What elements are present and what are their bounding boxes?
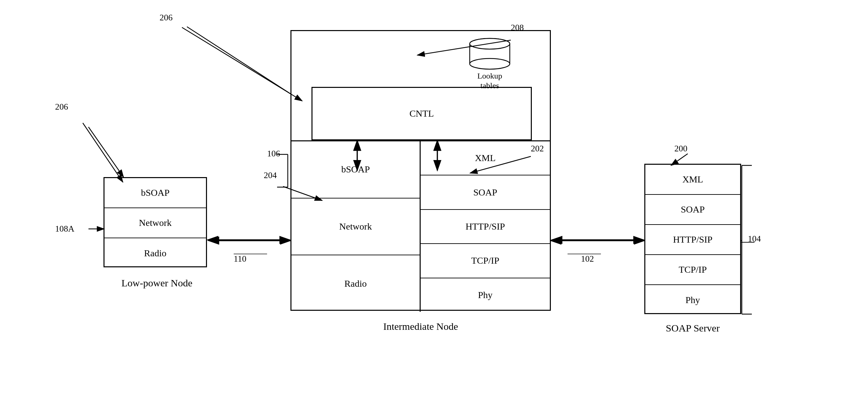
ref-106: 106 <box>267 149 280 159</box>
low-power-bsoap-label: bSOAP <box>141 187 169 198</box>
low-power-node-stack: bSOAP Network Radio <box>103 177 207 267</box>
low-power-network-label: Network <box>139 218 172 228</box>
ref-108a: 108A <box>55 224 74 234</box>
ref-102: 102 <box>581 254 594 264</box>
intermediate-node-outer: CNTL Lookup tables <box>290 30 551 311</box>
low-power-bsoap-row: bSOAP <box>104 178 206 208</box>
intermediate-right-stack: XML SOAP HTTP/SIP TCP/IP Phy <box>421 141 550 312</box>
int-left-radio-row: Radio <box>291 255 420 312</box>
svg-line-5 <box>89 127 124 177</box>
ref-206-top: 206 <box>160 13 173 23</box>
int-right-http-row: HTTP/SIP <box>421 210 550 244</box>
int-right-xml-row: XML <box>421 141 550 175</box>
svg-line-4 <box>187 27 301 100</box>
soap-xml-row: XML <box>645 165 740 195</box>
low-power-node-label: Low-power Node <box>87 277 227 289</box>
intermediate-left-stack: bSOAP Network Radio <box>291 141 421 312</box>
lookup-tables-label: Lookup tables <box>460 71 520 91</box>
int-right-tcp-row: TCP/IP <box>421 244 550 278</box>
svg-point-21 <box>470 58 510 69</box>
soap-soap-row: SOAP <box>645 195 740 225</box>
ref-200: 200 <box>674 144 687 154</box>
svg-line-33 <box>83 123 123 182</box>
low-power-radio-row: Radio <box>104 238 206 268</box>
cntl-box: CNTL <box>311 87 532 140</box>
ref-204: 204 <box>264 170 277 180</box>
svg-point-22 <box>470 38 510 49</box>
soap-server-label: SOAP Server <box>628 322 758 334</box>
svg-line-32 <box>182 27 302 101</box>
ref-104: 104 <box>748 234 761 244</box>
soap-tcp-row: TCP/IP <box>645 255 740 285</box>
ref-206-left: 206 <box>55 102 68 112</box>
db-cylinder-icon <box>466 38 513 71</box>
low-power-radio-label: Radio <box>144 248 166 259</box>
soap-http-row: HTTP/SIP <box>645 225 740 255</box>
ref-110: 110 <box>234 254 246 264</box>
int-right-phy-row: Phy <box>421 278 550 312</box>
intermediate-node-label: Intermediate Node <box>290 321 551 332</box>
soap-server-stack: XML SOAP HTTP/SIP TCP/IP Phy <box>644 164 741 314</box>
ref-202: 202 <box>531 144 544 154</box>
soap-phy-row: Phy <box>645 285 740 315</box>
bottom-stacks: bSOAP Network Radio XML SOAP HTTP/SIP <box>291 141 550 312</box>
low-power-network-row: Network <box>104 208 206 238</box>
cntl-label: CNTL <box>409 108 434 119</box>
lookup-tables-container: Lookup tables <box>460 38 520 81</box>
int-left-bsoap-row: bSOAP <box>291 141 420 199</box>
diagram: bSOAP Network Radio Low-power Node CNTL <box>0 0 868 406</box>
cntl-section: CNTL Lookup tables <box>291 31 550 141</box>
int-left-network-row: Network <box>291 199 420 256</box>
int-right-soap-row: SOAP <box>421 175 550 209</box>
ref-208: 208 <box>511 23 524 33</box>
